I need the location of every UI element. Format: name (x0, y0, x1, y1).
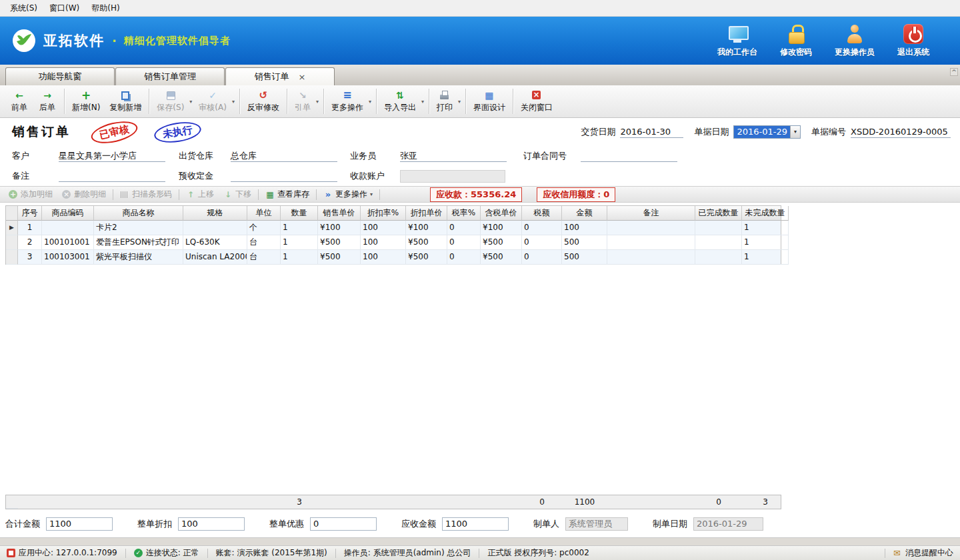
move-down-button[interactable]: 下移 (219, 187, 256, 201)
delivery-date-input[interactable]: 2016-01-30 (620, 126, 683, 138)
close-tab-icon[interactable]: × (299, 73, 306, 81)
mail-icon (893, 549, 902, 557)
import-export-button[interactable]: 导入导出▾ (379, 88, 426, 115)
menu-item-system[interactable]: 系统(S) (4, 1, 43, 16)
delete-detail-button[interactable]: 删除明细 (57, 187, 111, 201)
banner-action-exit-system[interactable]: 退出系统 (897, 24, 929, 58)
warehouse-input[interactable]: 总仓库 (231, 150, 337, 162)
dropdown-arrow-icon[interactable]: ▾ (189, 99, 192, 105)
receivable-amount-input[interactable]: 1100 (442, 517, 509, 531)
cell: 台 (247, 250, 281, 265)
banner-action-switch-operator[interactable]: 更换操作员 (835, 24, 875, 58)
close-window-button[interactable]: 关闭窗口 (516, 88, 557, 115)
column-header[interactable]: 商品编码 (42, 206, 94, 221)
column-header[interactable]: 数量 (281, 206, 318, 221)
not-executed-stamp: 未执行 (153, 119, 203, 145)
message-center-link[interactable]: 消息提醒中心 (893, 547, 953, 559)
dropdown-arrow-icon[interactable]: ▾ (369, 99, 371, 105)
save-button[interactable]: 保存(S)▾ (152, 88, 194, 115)
remark-input[interactable] (59, 170, 165, 182)
dropdown-arrow-icon[interactable]: ▾ (421, 99, 424, 105)
cell: 1 (281, 250, 318, 265)
column-header[interactable]: 商品名称 (94, 206, 183, 221)
order-privilege-input[interactable]: 0 (310, 517, 377, 531)
column-header[interactable]: 单位 (247, 206, 281, 221)
column-header[interactable]: 含税单价 (481, 206, 522, 221)
power-icon (903, 24, 923, 44)
customer-input[interactable]: 星星文具第一小学店 (59, 150, 165, 162)
detail-button-label: 添加明细 (21, 189, 53, 200)
move-up-button[interactable]: 上移 (181, 187, 219, 201)
column-header[interactable]: 税率% (447, 206, 481, 221)
grid-header-row: 序号商品编码商品名称规格单位数量销售单价折扣率%折扣单价税率%含税单价税额金额备… (6, 206, 781, 221)
tab-order-manage[interactable]: 销售订单管理 (115, 67, 225, 85)
receivable-amount-label: 应收金额 (401, 518, 436, 530)
menu-item-window[interactable]: 窗口(W) (43, 1, 85, 16)
dropdown-arrow-icon[interactable]: ▾ (316, 99, 319, 105)
column-header[interactable]: 备注 (607, 206, 695, 221)
column-header[interactable]: 规格 (183, 206, 247, 221)
grid-empty-area (0, 265, 960, 495)
banner-action-workbench[interactable]: 我的工作台 (717, 24, 757, 58)
column-header[interactable]: 销售单价 (318, 206, 361, 221)
add-detail-button[interactable]: 添加明细 (4, 187, 57, 201)
account-input[interactable] (400, 170, 505, 183)
prev-doc-button[interactable]: 前单 (5, 88, 33, 115)
copy-add-button[interactable]: 复制新增 (105, 88, 146, 115)
more-ops-button[interactable]: 更多操作▾ (327, 88, 373, 115)
doc-date-input[interactable]: 2016-01-29 (733, 125, 801, 139)
total-amount-input[interactable]: 1100 (46, 517, 113, 531)
cell: 1 (742, 221, 789, 235)
more-ops-icon (341, 90, 353, 101)
banner-action-label: 退出系统 (897, 47, 929, 58)
brand-separator: · (112, 34, 117, 48)
logo-icon (11, 27, 37, 54)
detail-button-label: 扫描条形码 (132, 189, 172, 200)
dropdown-arrow-icon[interactable]: ▾ (458, 99, 461, 105)
dropdown-arrow-icon[interactable]: ▾ (232, 99, 235, 105)
table-row[interactable]: 3100103001紫光平板扫描仪Uniscan LA2000台1¥500100… (6, 250, 781, 265)
scan-barcode-button[interactable]: 扫描条形码 (115, 187, 177, 201)
add-new-button[interactable]: 新增(N) (67, 88, 105, 115)
copy-add-icon (119, 90, 131, 101)
print-button[interactable]: 打印▾ (432, 88, 463, 115)
audit-button[interactable]: 审核(A)▾ (194, 88, 237, 115)
more-detail-ops-button[interactable]: 更多操作▾ (319, 187, 377, 201)
tab-nav-window[interactable]: 功能导航窗 (5, 67, 115, 85)
tab-scroll-up-icon[interactable] (950, 68, 958, 76)
unaudit-button[interactable]: 反审修改 (243, 88, 284, 115)
pull-order-button[interactable]: 引单▾ (290, 88, 321, 115)
contract-no-input[interactable] (581, 150, 677, 162)
view-stock-button[interactable]: 查看库存 (261, 187, 314, 201)
column-header[interactable]: 序号 (18, 206, 42, 221)
table-row[interactable]: 2100101001爱普生EPSON针式打印LQ-630K台1¥500100¥5… (6, 235, 781, 250)
column-header[interactable]: 税额 (522, 206, 562, 221)
row-indicator (6, 235, 18, 250)
column-header[interactable]: 金额 (562, 206, 607, 221)
column-header[interactable]: 未完成数量 (742, 206, 789, 221)
doc-date-dropdown-icon[interactable] (790, 126, 800, 138)
tab-label: 销售订单管理 (144, 71, 196, 83)
doc-no-input[interactable]: XSDD-20160129-0005 (851, 126, 951, 138)
order-discount-input[interactable]: 100 (178, 517, 245, 531)
order-privilege-label: 整单优惠 (269, 518, 304, 530)
maker-label: 制单人 (533, 518, 559, 530)
deposit-input[interactable] (231, 170, 337, 182)
import-export-icon (394, 90, 406, 101)
column-header[interactable]: 折扣率% (361, 206, 406, 221)
header-form-row-2: 备注 预收定金 收款账户 (0, 166, 960, 186)
doc-no-label: 单据编号 (811, 126, 846, 138)
salesman-input[interactable]: 张亚 (400, 150, 507, 162)
next-doc-button[interactable]: 后单 (33, 88, 61, 115)
ui-design-button[interactable]: 界面设计 (469, 88, 510, 115)
menu-item-help[interactable]: 帮助(H) (85, 1, 125, 16)
banner-action-change-password[interactable]: 修改密码 (780, 24, 812, 58)
tab-sales-order[interactable]: 销售订单× (225, 67, 335, 85)
connection-ok-icon (134, 549, 143, 557)
column-header[interactable]: 折扣单价 (406, 206, 447, 221)
column-header[interactable]: 已完成数量 (695, 206, 742, 221)
footer-form: 合计金额1100 整单折扣100 整单优惠0 应收金额1100 制单人系统管理员… (0, 513, 960, 535)
cell: ¥100 (481, 221, 522, 235)
unaudit-icon (257, 90, 269, 101)
table-row[interactable]: ▶1卡片2个1¥100100¥1000¥10001001 (6, 221, 781, 235)
